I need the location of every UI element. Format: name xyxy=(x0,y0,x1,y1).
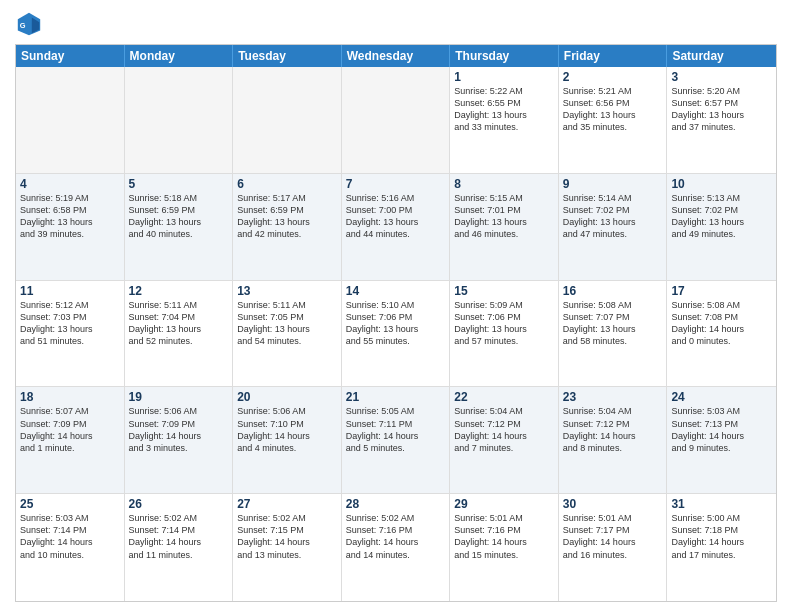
page: G SundayMondayTuesdayWednesdayThursdayFr… xyxy=(0,0,792,612)
day-info: Sunrise: 5:08 AM Sunset: 7:08 PM Dayligh… xyxy=(671,299,772,348)
day-cell-24: 24Sunrise: 5:03 AM Sunset: 7:13 PM Dayli… xyxy=(667,387,776,493)
day-cell-28: 28Sunrise: 5:02 AM Sunset: 7:16 PM Dayli… xyxy=(342,494,451,601)
day-cell-30: 30Sunrise: 5:01 AM Sunset: 7:17 PM Dayli… xyxy=(559,494,668,601)
day-info: Sunrise: 5:16 AM Sunset: 7:00 PM Dayligh… xyxy=(346,192,446,241)
day-info: Sunrise: 5:14 AM Sunset: 7:02 PM Dayligh… xyxy=(563,192,663,241)
day-cell-15: 15Sunrise: 5:09 AM Sunset: 7:06 PM Dayli… xyxy=(450,281,559,387)
day-info: Sunrise: 5:21 AM Sunset: 6:56 PM Dayligh… xyxy=(563,85,663,134)
day-info: Sunrise: 5:10 AM Sunset: 7:06 PM Dayligh… xyxy=(346,299,446,348)
day-cell-16: 16Sunrise: 5:08 AM Sunset: 7:07 PM Dayli… xyxy=(559,281,668,387)
day-number: 29 xyxy=(454,497,554,511)
day-number: 7 xyxy=(346,177,446,191)
day-number: 25 xyxy=(20,497,120,511)
day-cell-1: 1Sunrise: 5:22 AM Sunset: 6:55 PM Daylig… xyxy=(450,67,559,173)
day-number: 24 xyxy=(671,390,772,404)
day-number: 20 xyxy=(237,390,337,404)
logo: G xyxy=(15,10,47,38)
day-cell-12: 12Sunrise: 5:11 AM Sunset: 7:04 PM Dayli… xyxy=(125,281,234,387)
day-info: Sunrise: 5:04 AM Sunset: 7:12 PM Dayligh… xyxy=(563,405,663,454)
calendar-row-4: 18Sunrise: 5:07 AM Sunset: 7:09 PM Dayli… xyxy=(16,387,776,494)
header-cell-tuesday: Tuesday xyxy=(233,45,342,67)
header-cell-wednesday: Wednesday xyxy=(342,45,451,67)
day-info: Sunrise: 5:12 AM Sunset: 7:03 PM Dayligh… xyxy=(20,299,120,348)
day-info: Sunrise: 5:01 AM Sunset: 7:17 PM Dayligh… xyxy=(563,512,663,561)
day-number: 30 xyxy=(563,497,663,511)
header-cell-saturday: Saturday xyxy=(667,45,776,67)
day-cell-2: 2Sunrise: 5:21 AM Sunset: 6:56 PM Daylig… xyxy=(559,67,668,173)
day-cell-9: 9Sunrise: 5:14 AM Sunset: 7:02 PM Daylig… xyxy=(559,174,668,280)
calendar-body: 1Sunrise: 5:22 AM Sunset: 6:55 PM Daylig… xyxy=(16,67,776,601)
day-number: 18 xyxy=(20,390,120,404)
header-cell-friday: Friday xyxy=(559,45,668,67)
day-cell-31: 31Sunrise: 5:00 AM Sunset: 7:18 PM Dayli… xyxy=(667,494,776,601)
day-cell-7: 7Sunrise: 5:16 AM Sunset: 7:00 PM Daylig… xyxy=(342,174,451,280)
day-cell-8: 8Sunrise: 5:15 AM Sunset: 7:01 PM Daylig… xyxy=(450,174,559,280)
day-cell-27: 27Sunrise: 5:02 AM Sunset: 7:15 PM Dayli… xyxy=(233,494,342,601)
day-number: 9 xyxy=(563,177,663,191)
day-number: 1 xyxy=(454,70,554,84)
day-info: Sunrise: 5:19 AM Sunset: 6:58 PM Dayligh… xyxy=(20,192,120,241)
day-cell-6: 6Sunrise: 5:17 AM Sunset: 6:59 PM Daylig… xyxy=(233,174,342,280)
day-info: Sunrise: 5:20 AM Sunset: 6:57 PM Dayligh… xyxy=(671,85,772,134)
calendar-row-1: 1Sunrise: 5:22 AM Sunset: 6:55 PM Daylig… xyxy=(16,67,776,174)
empty-cell xyxy=(233,67,342,173)
day-info: Sunrise: 5:03 AM Sunset: 7:13 PM Dayligh… xyxy=(671,405,772,454)
day-cell-17: 17Sunrise: 5:08 AM Sunset: 7:08 PM Dayli… xyxy=(667,281,776,387)
header: G xyxy=(15,10,777,38)
logo-icon: G xyxy=(15,10,43,38)
day-number: 4 xyxy=(20,177,120,191)
day-number: 16 xyxy=(563,284,663,298)
day-info: Sunrise: 5:02 AM Sunset: 7:14 PM Dayligh… xyxy=(129,512,229,561)
calendar-row-5: 25Sunrise: 5:03 AM Sunset: 7:14 PM Dayli… xyxy=(16,494,776,601)
day-cell-23: 23Sunrise: 5:04 AM Sunset: 7:12 PM Dayli… xyxy=(559,387,668,493)
day-info: Sunrise: 5:13 AM Sunset: 7:02 PM Dayligh… xyxy=(671,192,772,241)
day-cell-21: 21Sunrise: 5:05 AM Sunset: 7:11 PM Dayli… xyxy=(342,387,451,493)
day-cell-10: 10Sunrise: 5:13 AM Sunset: 7:02 PM Dayli… xyxy=(667,174,776,280)
day-info: Sunrise: 5:02 AM Sunset: 7:15 PM Dayligh… xyxy=(237,512,337,561)
empty-cell xyxy=(342,67,451,173)
calendar: SundayMondayTuesdayWednesdayThursdayFrid… xyxy=(15,44,777,602)
day-cell-13: 13Sunrise: 5:11 AM Sunset: 7:05 PM Dayli… xyxy=(233,281,342,387)
day-number: 27 xyxy=(237,497,337,511)
day-number: 10 xyxy=(671,177,772,191)
day-info: Sunrise: 5:06 AM Sunset: 7:09 PM Dayligh… xyxy=(129,405,229,454)
day-cell-19: 19Sunrise: 5:06 AM Sunset: 7:09 PM Dayli… xyxy=(125,387,234,493)
day-info: Sunrise: 5:04 AM Sunset: 7:12 PM Dayligh… xyxy=(454,405,554,454)
day-number: 11 xyxy=(20,284,120,298)
empty-cell xyxy=(125,67,234,173)
day-number: 21 xyxy=(346,390,446,404)
day-info: Sunrise: 5:11 AM Sunset: 7:04 PM Dayligh… xyxy=(129,299,229,348)
day-number: 5 xyxy=(129,177,229,191)
day-info: Sunrise: 5:06 AM Sunset: 7:10 PM Dayligh… xyxy=(237,405,337,454)
day-number: 19 xyxy=(129,390,229,404)
day-info: Sunrise: 5:08 AM Sunset: 7:07 PM Dayligh… xyxy=(563,299,663,348)
day-number: 31 xyxy=(671,497,772,511)
day-info: Sunrise: 5:11 AM Sunset: 7:05 PM Dayligh… xyxy=(237,299,337,348)
calendar-header: SundayMondayTuesdayWednesdayThursdayFrid… xyxy=(16,45,776,67)
day-info: Sunrise: 5:22 AM Sunset: 6:55 PM Dayligh… xyxy=(454,85,554,134)
day-info: Sunrise: 5:15 AM Sunset: 7:01 PM Dayligh… xyxy=(454,192,554,241)
day-info: Sunrise: 5:02 AM Sunset: 7:16 PM Dayligh… xyxy=(346,512,446,561)
day-cell-3: 3Sunrise: 5:20 AM Sunset: 6:57 PM Daylig… xyxy=(667,67,776,173)
day-number: 28 xyxy=(346,497,446,511)
day-info: Sunrise: 5:18 AM Sunset: 6:59 PM Dayligh… xyxy=(129,192,229,241)
day-cell-14: 14Sunrise: 5:10 AM Sunset: 7:06 PM Dayli… xyxy=(342,281,451,387)
day-cell-5: 5Sunrise: 5:18 AM Sunset: 6:59 PM Daylig… xyxy=(125,174,234,280)
calendar-row-3: 11Sunrise: 5:12 AM Sunset: 7:03 PM Dayli… xyxy=(16,281,776,388)
day-number: 23 xyxy=(563,390,663,404)
day-number: 3 xyxy=(671,70,772,84)
empty-cell xyxy=(16,67,125,173)
header-cell-monday: Monday xyxy=(125,45,234,67)
svg-text:G: G xyxy=(20,21,26,30)
day-number: 8 xyxy=(454,177,554,191)
day-number: 15 xyxy=(454,284,554,298)
day-cell-26: 26Sunrise: 5:02 AM Sunset: 7:14 PM Dayli… xyxy=(125,494,234,601)
day-number: 6 xyxy=(237,177,337,191)
day-cell-29: 29Sunrise: 5:01 AM Sunset: 7:16 PM Dayli… xyxy=(450,494,559,601)
day-number: 2 xyxy=(563,70,663,84)
day-info: Sunrise: 5:05 AM Sunset: 7:11 PM Dayligh… xyxy=(346,405,446,454)
day-number: 22 xyxy=(454,390,554,404)
day-number: 26 xyxy=(129,497,229,511)
day-cell-4: 4Sunrise: 5:19 AM Sunset: 6:58 PM Daylig… xyxy=(16,174,125,280)
day-info: Sunrise: 5:01 AM Sunset: 7:16 PM Dayligh… xyxy=(454,512,554,561)
